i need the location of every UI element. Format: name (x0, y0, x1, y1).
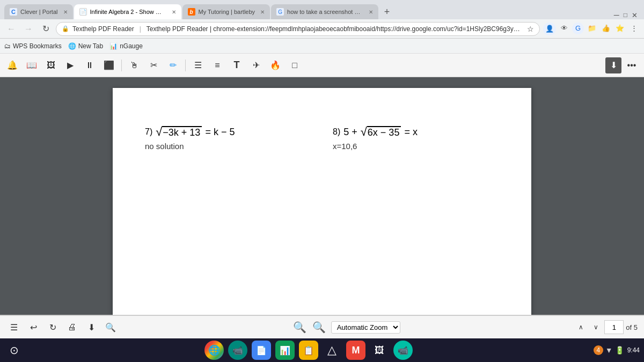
problem-7-sqrt: √−3k + 13 (156, 125, 202, 138)
zoom-in-button[interactable]: 🔍 (312, 320, 327, 335)
forward-button[interactable]: → (21, 22, 35, 36)
minimize-button[interactable]: ─ (614, 11, 619, 19)
address-url: Texthelp PDF Reader | chrome-extension:/… (147, 25, 522, 33)
pdf-page: 7) √−3k + 13 = k − 5 no solution 8) 5 + (113, 88, 531, 315)
taskbar-meet[interactable]: 📹 (228, 341, 247, 360)
bookmark-ngauge[interactable]: 📊 nGauge (109, 42, 143, 50)
screenshot-favicon: G (276, 8, 284, 16)
new-tab-button[interactable]: + (379, 4, 394, 19)
search-button[interactable]: 🔍 (103, 320, 118, 335)
extension-btn-2[interactable]: G (572, 23, 584, 34)
toolbar-btn-image[interactable]: 🖼 (43, 57, 59, 73)
download-button[interactable]: ⬇ (84, 320, 99, 335)
toolbar-download[interactable]: ⬇ (605, 57, 621, 73)
taskbar-sheets[interactable]: 📊 (275, 341, 295, 360)
toolbar-btn-scissors[interactable]: ✂ (145, 57, 162, 73)
refresh-button[interactable]: ↻ (39, 22, 53, 36)
problem-8-answer: x=10,6 (333, 142, 499, 151)
toolbar-btn-list1[interactable]: ☰ (190, 57, 206, 73)
tab-algebra[interactable]: 📄 Infinite Algebra 2 - Show Work ✕ (74, 4, 181, 19)
toolbar-btn-pause[interactable]: ⏸ (82, 57, 98, 73)
toolbar-btn-book[interactable]: 📖 (24, 57, 40, 73)
profile-button[interactable]: 👤 (543, 23, 556, 35)
taskbar-drive[interactable]: △ (323, 341, 342, 360)
tab-tutoring[interactable]: b My Tutoring | bartleby ✕ (182, 4, 270, 19)
sidebar-toggle-button[interactable]: ☰ (6, 320, 21, 335)
toolbar-sep-1 (121, 60, 122, 71)
toolbar-btn-fire[interactable]: 🔥 (267, 57, 283, 73)
toolbar-right: ⬇ ••• (605, 57, 640, 73)
toolbar-btn-play[interactable]: ▶ (62, 57, 78, 73)
menu-button[interactable]: ⋮ (628, 23, 640, 34)
print-button[interactable]: 🖨 (64, 320, 79, 335)
taskbar-meet2[interactable]: 📹 (393, 341, 413, 360)
bookmark-wps[interactable]: 🗂 WPS Bookmarks (4, 42, 62, 50)
problem-8-equation: 8) 5 + √6x − 35 = x (333, 125, 499, 138)
taskbar-slides[interactable]: 📋 (299, 341, 318, 360)
page-navigation: ∧ ∨ of 5 (574, 320, 638, 334)
bookmarks-bar: 🗂 WPS Bookmarks 🌐 New Tab 📊 nGauge (0, 39, 644, 54)
taskbar-docs[interactable]: 📄 (252, 341, 271, 360)
toolbar-btn-arrow[interactable]: ✈ (248, 57, 264, 73)
clever-favicon: C (10, 8, 17, 16)
back-button[interactable]: ← (4, 22, 18, 36)
problem-8-sqrt: √6x − 35 (361, 125, 401, 138)
undo-button[interactable]: ↩ (26, 320, 41, 335)
tab-screenshot-close[interactable]: ✕ (369, 9, 373, 15)
wifi-icon: ▼ (605, 346, 613, 354)
taskbar-gmail[interactable]: M (346, 341, 365, 360)
extension-btn-1[interactable]: 👁 (558, 23, 570, 34)
ngauge-icon: 📊 (109, 42, 118, 50)
taskbar-launcher[interactable]: ⊙ (4, 341, 24, 360)
problems-row: 7) √−3k + 13 = k − 5 no solution 8) 5 + (145, 125, 499, 151)
nav-actions: 👤 👁 G 📁 👍 ⭐ ⋮ (543, 23, 640, 35)
address-bar[interactable]: 🔒 Texthelp PDF Reader | Texthelp PDF Rea… (56, 22, 540, 36)
bookmark-newtab[interactable]: 🌐 New Tab (68, 42, 103, 50)
maximize-button[interactable]: □ (624, 11, 627, 19)
page-total: of 5 (626, 323, 638, 331)
os-taskbar: ⊙ 🌐 📹 📄 📊 📋 △ M 🖼 📹 4 ▼ 🔋 9:44 (0, 338, 644, 362)
zoom-out-button[interactable]: 🔍 (292, 320, 308, 335)
tab-screenshot[interactable]: G how to take a screenshot on a c ✕ (271, 4, 378, 19)
toolbar-btn-list2[interactable]: ≡ (209, 57, 225, 73)
toolbar-btn-sound[interactable]: 🔔 (4, 57, 20, 73)
problem-7-answer: no solution (145, 142, 311, 151)
taskbar-chrome[interactable]: 🌐 (204, 341, 224, 360)
extension-btn-5[interactable]: ⭐ (614, 23, 626, 34)
battery-icon: 🔋 (615, 346, 624, 354)
toolbar-btn-rect[interactable]: □ (287, 57, 303, 73)
prev-page-button[interactable]: ∧ (574, 321, 587, 334)
toolbar-btn-text[interactable]: T (229, 57, 245, 73)
page-number-input[interactable] (604, 320, 624, 334)
extension-btn-3[interactable]: 📁 (586, 23, 598, 34)
newtab-icon: 🌐 (68, 42, 76, 50)
problem-8-lhs: 5 + (343, 127, 357, 138)
problem-8: 8) 5 + √6x − 35 = x x=10,6 (333, 125, 499, 151)
zoom-select[interactable]: Automatic Zoom 50% 75% 100% 125% 150% 20… (331, 321, 400, 334)
tab-tutoring-label: My Tutoring | bartleby (199, 9, 255, 15)
main-area: 7) √−3k + 13 = k − 5 no solution 8) 5 + (0, 77, 644, 315)
problem-8-number: 8) (333, 127, 340, 137)
bookmark-star[interactable]: ☆ (527, 25, 534, 33)
tutoring-favicon: b (188, 8, 195, 16)
tab-clever[interactable]: C Clever | Portal ✕ (4, 4, 73, 19)
toolbar-btn-stop[interactable]: ⬛ (101, 57, 117, 73)
toolbar-sep-2 (185, 60, 186, 71)
toolbar-btn-pencil[interactable]: ✏ (165, 57, 181, 73)
next-page-button[interactable]: ∨ (589, 321, 602, 334)
algebra-favicon: 📄 (79, 8, 87, 16)
tab-tutoring-close[interactable]: ✕ (260, 9, 265, 15)
tab-bar: C Clever | Portal ✕ 📄 Infinite Algebra 2… (0, 0, 644, 19)
toolbar-btn-cursor[interactable]: 🖱 (126, 57, 142, 73)
lock-icon: 🔒 (62, 25, 69, 32)
close-window-button[interactable]: ✕ (632, 11, 638, 19)
nav-bar: ← → ↻ 🔒 Texthelp PDF Reader | Texthelp P… (0, 19, 644, 39)
toolbar-more[interactable]: ••• (624, 57, 640, 73)
problem-7-number: 7) (145, 127, 152, 137)
tab-algebra-close[interactable]: ✕ (172, 9, 176, 15)
redo-button[interactable]: ↻ (45, 320, 60, 335)
taskbar-photos[interactable]: 🖼 (370, 341, 389, 360)
system-tray: 4 ▼ 🔋 (594, 345, 624, 355)
tab-clever-close[interactable]: ✕ (63, 9, 68, 15)
extension-btn-4[interactable]: 👍 (600, 23, 612, 34)
